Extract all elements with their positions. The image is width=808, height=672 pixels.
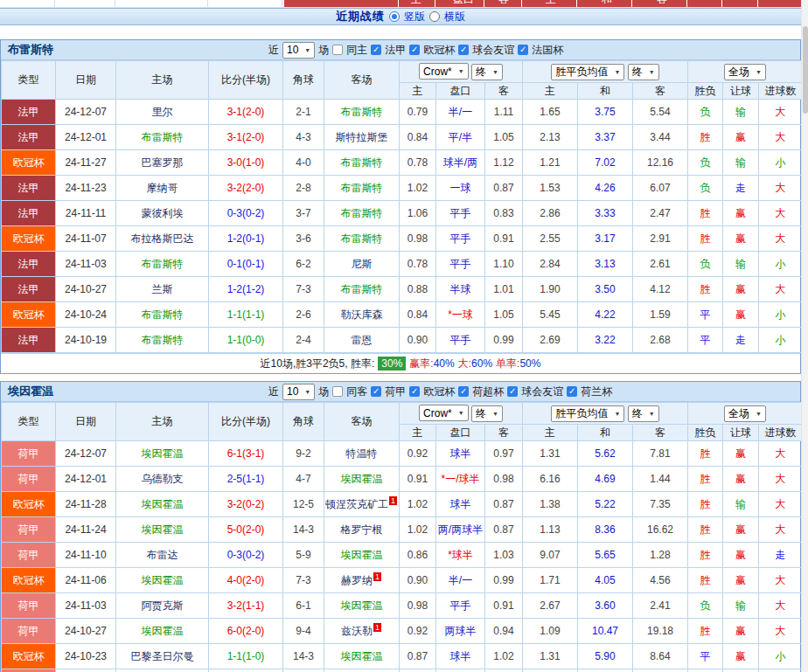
- avg-header: 胜平负均值▼ 终▼: [523, 403, 688, 425]
- away-team-link[interactable]: 斯特拉斯堡: [336, 131, 388, 143]
- league-filter-checkbox[interactable]: ✓: [567, 386, 577, 397]
- result-winloss: 胜: [688, 226, 723, 252]
- match-score[interactable]: 2-5(1-1): [209, 467, 283, 492]
- away-team-link[interactable]: 赫罗纳: [341, 574, 373, 586]
- match-score[interactable]: 6-0(2-0): [209, 619, 283, 644]
- match-score[interactable]: 0-3(0-2): [209, 201, 283, 226]
- home-team-link[interactable]: 布雷斯特: [142, 131, 184, 143]
- away-team-link[interactable]: 格罗宁根: [341, 523, 383, 536]
- match-score[interactable]: 1-2(1-2): [209, 277, 283, 302]
- match-score[interactable]: 1-1(0-0): [209, 328, 283, 353]
- league-filter-checkbox[interactable]: ✓: [371, 45, 381, 55]
- home-team-link[interactable]: 兰斯: [152, 283, 173, 295]
- match-score[interactable]: 3-2(2-0): [209, 176, 283, 201]
- match-score[interactable]: 1-2(0-1): [209, 226, 283, 252]
- home-team-link[interactable]: 里尔: [152, 106, 173, 118]
- vertical-scrollbar[interactable]: [801, 0, 808, 672]
- avg-away-odds: 8.64: [633, 644, 688, 669]
- home-team-link[interactable]: 蒙彼利埃: [142, 207, 184, 219]
- select-value: 终: [632, 65, 643, 80]
- same-venue-checkbox[interactable]: [332, 386, 343, 397]
- odds-final-select[interactable]: 终▼: [471, 64, 503, 80]
- match-score[interactable]: 1-1(1-0): [209, 644, 283, 669]
- home-team-link[interactable]: 巴塞罗那: [142, 156, 184, 169]
- home-team-link[interactable]: 埃因霍温: [142, 523, 184, 536]
- home-team-link[interactable]: 乌德勒支: [142, 473, 184, 485]
- home-team-link[interactable]: 布雷斯特: [142, 334, 184, 346]
- home-team-link[interactable]: 布雷斯特: [142, 258, 184, 270]
- league-filter-checkbox[interactable]: ✓: [507, 386, 518, 397]
- away-team-link[interactable]: 布雷斯特: [341, 156, 383, 169]
- league-filter-checkbox[interactable]: ✓: [518, 45, 528, 55]
- match-score[interactable]: 5-0(2-0): [209, 517, 283, 543]
- match-score[interactable]: 3-2(0-2): [209, 492, 283, 517]
- league-filter-checkbox[interactable]: ✓: [409, 45, 420, 55]
- home-team-link[interactable]: 埃因霍温: [142, 625, 184, 637]
- league-filter-checkbox[interactable]: ✓: [409, 386, 420, 397]
- match-score[interactable]: 3-0(1-0): [209, 150, 283, 176]
- home-team-link[interactable]: 摩纳哥: [147, 182, 178, 194]
- scope-select[interactable]: 全场▼: [724, 64, 766, 80]
- same-venue-checkbox[interactable]: [332, 45, 343, 55]
- away-team-link[interactable]: 布雷斯特: [341, 232, 383, 245]
- avg-select[interactable]: 胜平负均值▼: [551, 405, 624, 422]
- home-team-link[interactable]: 巴黎圣日尔曼: [131, 650, 194, 662]
- corner-score: 2-4: [283, 328, 324, 353]
- away-team-link[interactable]: 特温特: [346, 447, 378, 460]
- away-team-link[interactable]: 埃因霍温: [341, 473, 383, 485]
- match-score[interactable]: 0-1(0-1): [209, 252, 283, 277]
- odds-company-select[interactable]: Crow*▼: [419, 405, 469, 421]
- handicap-line: 两/两球半: [436, 517, 485, 543]
- vertical-layout-radio[interactable]: [389, 11, 400, 22]
- match-score[interactable]: 4-0(2-0): [209, 568, 283, 593]
- away-team-link[interactable]: 埃因霍温: [341, 599, 383, 612]
- horizontal-layout-radio[interactable]: [429, 11, 440, 22]
- away-team-link[interactable]: 布雷斯特: [341, 207, 383, 219]
- home-team-link[interactable]: 埃因霍温: [142, 574, 184, 586]
- avg-home-odds: 1.53: [523, 176, 578, 201]
- away-team-link[interactable]: 顿涅茨克矿工: [325, 498, 388, 510]
- avg-final-select[interactable]: 终▼: [628, 405, 659, 422]
- match-score[interactable]: 3-2(1-1): [209, 593, 283, 619]
- away-team-link[interactable]: 埃因霍温: [341, 549, 383, 561]
- same-venue-label: 同主: [346, 43, 367, 58]
- scrollbar-thumb[interactable]: [803, 26, 808, 114]
- match-score[interactable]: 0-3(0-2): [209, 543, 283, 568]
- away-team-link[interactable]: 尼斯: [352, 258, 373, 270]
- match-score[interactable]: 3-1(2-0): [209, 100, 283, 125]
- scope-select[interactable]: 全场▼: [724, 405, 766, 422]
- odds-final-select[interactable]: 终▼: [471, 405, 503, 422]
- home-team-link[interactable]: 埃因霍温: [142, 498, 184, 510]
- avg-final-select[interactable]: 终▼: [628, 64, 659, 80]
- away-team-link[interactable]: 雷恩: [352, 334, 373, 346]
- home-team-cell: 巴塞罗那: [116, 150, 209, 176]
- match-score[interactable]: 3-1(2-0): [209, 125, 283, 150]
- away-team-link[interactable]: 布雷斯特: [341, 182, 383, 194]
- away-team-link[interactable]: 兹沃勒: [341, 625, 373, 637]
- avg-select[interactable]: 胜平负均值▼: [551, 64, 624, 80]
- match-score[interactable]: 1-1(1-1): [209, 302, 283, 328]
- match-row: 欧冠杯24-10-24布雷斯特1-1(1-1)2-6勒沃库森0.84*一球1.0…: [2, 302, 803, 328]
- league-filter-checkbox[interactable]: ✓: [371, 386, 381, 397]
- home-team-link[interactable]: 布雷达: [147, 549, 178, 561]
- away-team-link[interactable]: 布雷斯特: [341, 106, 383, 118]
- match-count-select[interactable]: 10▼: [282, 42, 315, 59]
- match-count-select[interactable]: 10▼: [282, 384, 315, 400]
- away-team-link[interactable]: 勒沃库森: [341, 308, 383, 321]
- away-team-link[interactable]: 布雷斯特: [341, 283, 383, 295]
- match-score[interactable]: 6-1(3-1): [209, 441, 283, 467]
- match-score[interactable]: 1-2(0-2): [209, 669, 283, 672]
- league-filter-checkbox[interactable]: ✓: [458, 386, 469, 397]
- vertical-layout-label[interactable]: 竖版: [404, 10, 425, 24]
- horizontal-layout-label[interactable]: 横版: [444, 10, 465, 24]
- away-team-link[interactable]: 埃因霍温: [341, 650, 383, 662]
- league-filter-checkbox[interactable]: ✓: [458, 45, 469, 55]
- home-team-link[interactable]: 阿贾克斯: [142, 599, 184, 612]
- home-team-link[interactable]: 布拉格斯巴达: [131, 232, 194, 245]
- away-team-cell: 埃因霍温: [324, 644, 400, 669]
- league-type-badge: 法甲: [2, 201, 56, 226]
- odds-company-select[interactable]: Crow*▼: [419, 63, 469, 80]
- home-team-link[interactable]: 布雷斯特: [142, 308, 184, 321]
- home-team-link[interactable]: 埃因霍温: [142, 447, 184, 460]
- summary-value: 50%: [519, 357, 540, 370]
